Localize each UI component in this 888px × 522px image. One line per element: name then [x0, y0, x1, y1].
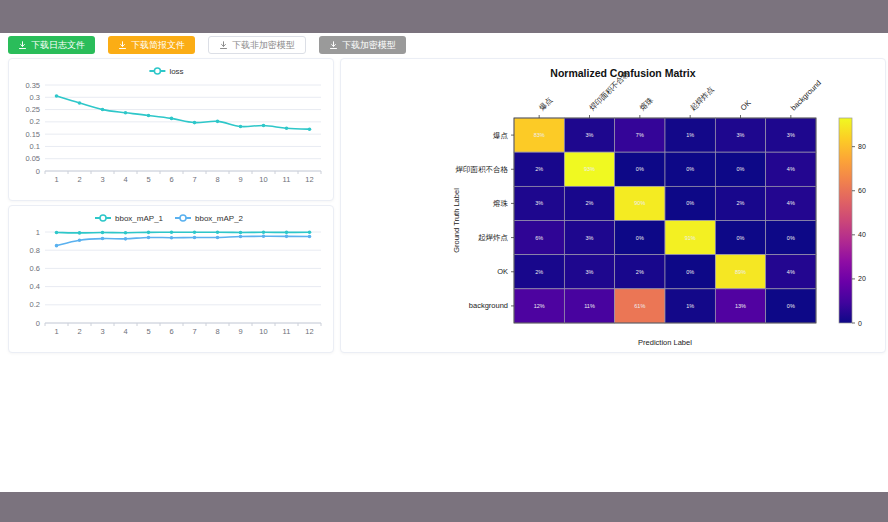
svg-text:6: 6	[169, 327, 173, 336]
svg-text:2%: 2%	[636, 269, 644, 275]
svg-text:0%: 0%	[737, 166, 745, 172]
svg-text:11: 11	[283, 175, 291, 184]
svg-text:9: 9	[238, 175, 242, 184]
svg-text:8: 8	[215, 327, 219, 336]
download-report-label: 下载简报文件	[131, 39, 185, 52]
download-icon	[18, 41, 27, 50]
svg-text:爆点: 爆点	[537, 95, 554, 112]
map-chart-card: 00.20.40.60.81123456789101112bbox_mAP_1b…	[8, 205, 334, 353]
svg-text:background: background	[789, 78, 823, 112]
legend-item-bbox_mAP_2[interactable]: bbox_mAP_2	[175, 214, 244, 223]
svg-text:0%: 0%	[686, 200, 694, 206]
svg-text:2%: 2%	[535, 166, 543, 172]
download-plain-model-button[interactable]: 下载非加密模型	[208, 36, 306, 54]
svg-text:Prediction Label: Prediction Label	[638, 338, 692, 347]
svg-text:爆点: 爆点	[493, 131, 509, 140]
svg-text:12: 12	[305, 175, 313, 184]
svg-text:bbox_mAP_1: bbox_mAP_1	[115, 214, 164, 223]
legend-item-loss[interactable]: loss	[149, 67, 183, 76]
svg-text:83%: 83%	[534, 132, 545, 138]
svg-text:0%: 0%	[737, 235, 745, 241]
svg-text:0%: 0%	[686, 166, 694, 172]
svg-text:80: 80	[858, 143, 866, 150]
svg-text:Ground Truth Label: Ground Truth Label	[452, 188, 461, 253]
svg-text:0.15: 0.15	[25, 130, 40, 139]
svg-text:10: 10	[259, 327, 267, 336]
svg-text:61%: 61%	[634, 303, 645, 309]
svg-text:3%: 3%	[787, 132, 795, 138]
svg-text:0.8: 0.8	[30, 246, 40, 255]
svg-text:3%: 3%	[586, 235, 594, 241]
svg-text:90%: 90%	[634, 200, 645, 206]
svg-text:0.6: 0.6	[30, 264, 40, 273]
svg-text:OK: OK	[739, 98, 753, 112]
svg-text:3%: 3%	[535, 200, 543, 206]
svg-text:0%: 0%	[636, 166, 644, 172]
download-plain-model-label: 下载非加密模型	[232, 39, 295, 52]
svg-text:0.3: 0.3	[30, 93, 40, 102]
svg-text:起焊炸点: 起焊炸点	[478, 233, 509, 242]
download-encrypted-model-button[interactable]: 下载加密模型	[319, 36, 406, 54]
svg-text:60: 60	[858, 187, 866, 194]
download-icon	[118, 41, 127, 50]
svg-text:0: 0	[36, 167, 40, 176]
svg-text:2%: 2%	[535, 269, 543, 275]
download-icon	[219, 41, 228, 50]
confusion-matrix-heatmap: Normalized Confusion Matrix83%3%7%1%3%3%…	[341, 59, 883, 350]
svg-text:3%: 3%	[737, 132, 745, 138]
svg-text:background: background	[469, 301, 508, 310]
bbox-map-chart: 00.20.40.60.81123456789101112bbox_mAP_1b…	[9, 206, 331, 350]
download-encrypted-model-label: 下载加密模型	[342, 39, 396, 52]
svg-text:1%: 1%	[686, 132, 694, 138]
svg-text:4: 4	[123, 175, 127, 184]
svg-text:89%: 89%	[735, 269, 746, 275]
svg-text:10: 10	[259, 175, 267, 184]
svg-text:93%: 93%	[584, 166, 595, 172]
svg-text:0.05: 0.05	[25, 154, 40, 163]
svg-text:OK: OK	[497, 267, 508, 276]
svg-text:40: 40	[858, 231, 866, 238]
confusion-matrix-card: Normalized Confusion Matrix83%3%7%1%3%3%…	[340, 58, 886, 353]
loss-chart: 00.050.10.150.20.250.30.3512345678910111…	[9, 59, 331, 198]
svg-text:loss: loss	[169, 67, 183, 76]
svg-text:12%: 12%	[534, 303, 545, 309]
toolbar: 下载日志文件 下载简报文件 下载非加密模型 下载加密模型	[8, 36, 406, 54]
download-log-button[interactable]: 下载日志文件	[8, 36, 95, 54]
svg-text:4%: 4%	[787, 269, 795, 275]
legend-item-bbox_mAP_1[interactable]: bbox_mAP_1	[95, 214, 164, 223]
metrics-tables-section: 类别pred▲▼true▲▼AP▲▼过检率▲▼误判率▲▼漏检率▲▼置信度▲▼焊盘…	[0, 356, 888, 492]
svg-text:2%: 2%	[586, 200, 594, 206]
svg-text:熔珠: 熔珠	[493, 199, 509, 208]
svg-text:11: 11	[283, 327, 291, 336]
svg-text:0%: 0%	[686, 269, 694, 275]
svg-text:3: 3	[100, 175, 104, 184]
svg-text:9: 9	[238, 327, 242, 336]
svg-text:0%: 0%	[787, 235, 795, 241]
svg-text:11%: 11%	[584, 303, 595, 309]
svg-text:6%: 6%	[535, 235, 543, 241]
svg-text:7: 7	[192, 175, 196, 184]
svg-text:0.2: 0.2	[30, 300, 40, 309]
svg-text:熔珠: 熔珠	[638, 95, 655, 112]
svg-text:0.4: 0.4	[30, 282, 40, 291]
svg-text:2%: 2%	[737, 200, 745, 206]
svg-text:5: 5	[146, 175, 150, 184]
bottom-window-band	[0, 492, 888, 522]
svg-text:1: 1	[54, 175, 58, 184]
svg-text:13%: 13%	[735, 303, 746, 309]
svg-text:bbox_mAP_2: bbox_mAP_2	[195, 214, 244, 223]
svg-text:7: 7	[192, 327, 196, 336]
svg-text:8: 8	[215, 175, 219, 184]
download-icon	[329, 41, 338, 50]
svg-text:0: 0	[858, 320, 862, 327]
svg-text:0.2: 0.2	[30, 117, 40, 126]
svg-text:0%: 0%	[787, 303, 795, 309]
svg-text:2: 2	[77, 175, 81, 184]
top-window-band	[0, 0, 888, 33]
svg-text:7%: 7%	[636, 132, 644, 138]
download-report-button[interactable]: 下载简报文件	[108, 36, 195, 54]
svg-text:2: 2	[77, 327, 81, 336]
svg-text:1: 1	[54, 327, 58, 336]
svg-text:0%: 0%	[636, 235, 644, 241]
svg-text:6: 6	[169, 175, 173, 184]
